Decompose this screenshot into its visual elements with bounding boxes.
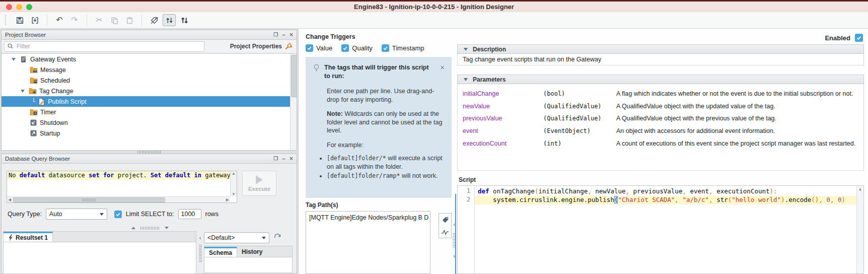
code-line-2[interactable]: system.cirruslink.engine.publish("Chario… xyxy=(475,196,856,204)
collapse-triangle-icon[interactable] xyxy=(464,78,468,81)
value-checkbox[interactable] xyxy=(306,44,313,52)
tree-item-timer[interactable]: Timer xyxy=(2,107,297,117)
minimize-panel-icon[interactable]: – xyxy=(282,32,285,38)
chevron-down-icon xyxy=(262,237,266,239)
toolbar-grip[interactable] xyxy=(5,15,8,25)
limit-select-checkbox[interactable] xyxy=(114,211,122,218)
limit-rows-input[interactable] xyxy=(178,209,201,219)
query-line-current[interactable]: No default datasource set for project. S… xyxy=(7,171,230,180)
bullet-code: [default]folder/ramp* xyxy=(327,172,400,179)
scroll-down-icon[interactable]: ▼ xyxy=(232,192,236,196)
collapse-left-icon[interactable]: ‹ xyxy=(199,235,201,241)
close-panel-icon[interactable]: × xyxy=(290,156,293,162)
tag-paths-textarea[interactable]: [MQTT Engine]Edge Nodes/Sparkplug B D xyxy=(306,211,430,274)
undo-button[interactable]: ↶ xyxy=(53,14,66,26)
execute-button[interactable]: Execute xyxy=(242,171,276,196)
close-icon[interactable]: × xyxy=(440,63,445,80)
code-line-1[interactable]: def onTagChange(initialChange, newValue,… xyxy=(475,187,856,196)
filter-input[interactable] xyxy=(16,42,201,50)
tree-scrollbar-thumb[interactable] xyxy=(291,55,297,97)
scroll-up-icon[interactable]: ▲ xyxy=(858,187,862,191)
tree-item-tag-change[interactable]: Tag Change xyxy=(2,86,297,96)
expander-icon[interactable] xyxy=(21,90,25,93)
save-import-icon xyxy=(31,16,39,25)
sort-tags-button-active[interactable] xyxy=(163,14,176,26)
schema-content xyxy=(204,257,293,273)
param-description: A flag which indicates whether or not th… xyxy=(616,90,853,98)
collapse-triangle-icon[interactable] xyxy=(464,48,468,51)
tree-item-startup[interactable]: Startup xyxy=(2,128,297,139)
tree-item-gateway-events[interactable]: Gateway Events xyxy=(2,54,297,64)
filter-field[interactable] xyxy=(4,41,204,52)
tree-item-publish-script[interactable]: └ Publish Script xyxy=(2,96,297,107)
datasource-select[interactable]: <Default> xyxy=(204,232,269,243)
tab-schema[interactable]: Schema xyxy=(204,247,237,257)
param-type: (int) xyxy=(543,140,616,147)
redo-icon: ↷ xyxy=(71,16,78,24)
tag-icon[interactable] xyxy=(442,216,449,224)
close-panel-icon[interactable]: × xyxy=(290,32,293,38)
timestamp-checkbox[interactable] xyxy=(382,44,389,52)
cut-button[interactable]: ✂ xyxy=(93,14,106,26)
refresh-icon[interactable] xyxy=(273,234,281,242)
tab-history[interactable]: History xyxy=(237,247,267,257)
splitter-grip[interactable] xyxy=(140,227,160,230)
tree-item-scheduled[interactable]: Scheduled xyxy=(2,75,297,86)
minimize-panel-icon[interactable]: – xyxy=(282,156,285,162)
scroll-right-icon[interactable]: ▶ xyxy=(226,197,229,202)
paste-button[interactable] xyxy=(123,14,136,26)
waveform-icon[interactable] xyxy=(441,229,449,235)
scroll-up-icon[interactable]: ▲ xyxy=(232,171,236,176)
description-section-header[interactable]: Description xyxy=(457,44,864,54)
parameters-section-header[interactable]: Parameters xyxy=(457,75,864,84)
project-properties-button[interactable]: Project Properties xyxy=(230,43,294,50)
script-editor[interactable]: 1 2 def onTagChange(initialChange, newVa… xyxy=(457,185,864,274)
param-name: executionCount xyxy=(463,140,543,147)
script-file-icon xyxy=(38,98,45,106)
splitter-grip[interactable] xyxy=(199,245,202,262)
tree-scrollbar[interactable] xyxy=(290,54,297,150)
save-import-button[interactable] xyxy=(28,14,41,26)
chevron-down-icon xyxy=(100,213,104,216)
tree-item-shutdown[interactable]: Shutdown xyxy=(2,117,297,128)
tree-item-message[interactable]: Message xyxy=(2,64,297,75)
paste-icon xyxy=(126,17,133,24)
redo-button[interactable]: ↷ xyxy=(68,14,81,26)
collapse-down-icon[interactable] xyxy=(165,227,169,229)
scroll-left-icon[interactable]: ◀ xyxy=(8,197,11,202)
schema-splitter[interactable]: ‹ xyxy=(197,231,203,274)
copy-button[interactable] xyxy=(108,14,121,26)
quality-checkbox[interactable] xyxy=(341,44,349,52)
float-panel-icon[interactable]: ❐ xyxy=(273,156,278,161)
save-button[interactable] xyxy=(13,14,26,26)
parameter-row: initialChange (bool) A flag which indica… xyxy=(463,90,863,98)
sort-tags-alt-button[interactable] xyxy=(178,14,191,26)
trigger-option-value[interactable]: Value xyxy=(306,44,332,52)
query-editor-vscrollbar[interactable]: ▲ ▼ xyxy=(230,171,237,196)
query-editor[interactable]: No default datasource set for project. S… xyxy=(7,171,237,203)
project-browser-header[interactable]: Project Browser ❐ – × xyxy=(2,30,297,40)
script-scrollbar[interactable]: ▲ xyxy=(856,186,863,273)
query-editor-hscrollbar[interactable]: ◀ ▶ xyxy=(7,196,230,202)
db-query-browser-header[interactable]: Database Query Browser ❐ – × xyxy=(2,154,297,164)
check-icon xyxy=(342,45,348,51)
parameter-row: executionCount (int) A count of executio… xyxy=(463,140,863,148)
tab-resultset-1[interactable]: Resultset 1 xyxy=(4,232,53,242)
query-type-select[interactable]: Auto xyxy=(46,209,107,220)
copy-icon xyxy=(111,17,118,24)
code-area[interactable]: def onTagChange(initialChange, newValue,… xyxy=(475,186,856,273)
check-icon xyxy=(115,212,121,217)
change-triggers-title: Change Triggers xyxy=(306,33,355,40)
enabled-checkbox[interactable] xyxy=(855,34,863,42)
trigger-option-timestamp[interactable]: Timestamp xyxy=(382,44,424,52)
message-folder-icon xyxy=(30,66,38,74)
expander-icon[interactable] xyxy=(12,58,16,61)
trigger-option-quality[interactable]: Quality xyxy=(341,44,372,52)
float-panel-icon[interactable]: ❐ xyxy=(273,32,278,37)
collapse-up-icon[interactable] xyxy=(131,227,135,229)
tag-edit-cancel-button[interactable] xyxy=(148,14,161,26)
undo-icon: ↶ xyxy=(56,16,62,24)
hscroll-thumb[interactable] xyxy=(13,197,165,202)
results-splitter[interactable] xyxy=(117,225,183,231)
search-icon[interactable] xyxy=(7,43,14,50)
